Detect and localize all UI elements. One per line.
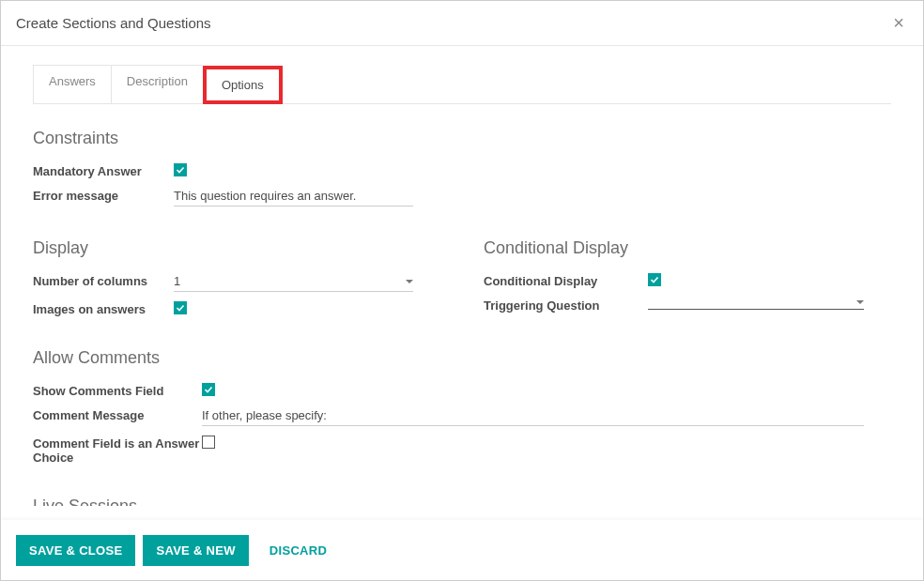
row-mandatory: Mandatory Answer [33,161,891,178]
section-conditional-title: Conditional Display [484,238,891,258]
label-columns: Number of columns [33,271,174,288]
col-display: Display Number of columns 1 Images on an… [33,214,446,324]
row-images: Images on answers [33,299,446,316]
control-comment-message [202,405,891,426]
row-show-comments: Show Comments Field [33,381,891,398]
checkbox-mandatory[interactable] [174,163,187,176]
tab-description[interactable]: Description [111,65,203,103]
label-error-message: Error message [33,186,174,203]
check-icon [176,303,185,313]
tab-options[interactable]: Options [203,66,283,104]
input-error-message[interactable] [174,186,413,206]
chevron-down-icon [856,300,864,304]
row-error-message: Error message [33,186,891,206]
control-images [174,299,446,313]
control-columns: 1 [174,271,446,292]
control-mandatory [174,161,891,176]
label-cond-display: Conditional Display [484,271,648,288]
discard-button[interactable]: DISCARD [256,535,340,566]
tab-bar: Answers Description Options [33,65,891,104]
row-cond-display: Conditional Display [484,271,891,288]
checkbox-show-comments[interactable] [202,383,215,396]
input-comment-message[interactable] [202,405,864,426]
close-button[interactable]: × [889,12,908,34]
section-comments-title: Allow Comments [33,348,891,368]
label-show-comments: Show Comments Field [33,381,202,398]
label-trigger: Triggering Question [484,296,648,313]
control-answer-choice [202,434,891,450]
label-answer-choice: Comment Field is an Answer Choice [33,434,202,465]
checkbox-answer-choice[interactable] [202,436,215,449]
modal-body-scroll[interactable]: Answers Description Options Constraints … [1,46,923,520]
label-mandatory: Mandatory Answer [33,161,174,178]
two-col-display: Display Number of columns 1 Images on an… [33,214,891,324]
checkbox-images[interactable] [174,301,187,314]
col-conditional: Conditional Display Conditional Display … [484,214,891,324]
section-live-sessions-title: Live Sessions [33,497,891,506]
control-trigger [648,296,891,310]
control-cond-display [648,271,891,285]
control-error-message [174,186,891,206]
save-new-button[interactable]: SAVE & NEW [143,535,248,566]
row-columns: Number of columns 1 [33,271,446,292]
label-images: Images on answers [33,299,174,316]
select-columns[interactable]: 1 [174,271,413,292]
row-comment-message: Comment Message [33,405,891,426]
select-columns-value: 1 [174,274,180,288]
chevron-down-icon [406,280,413,283]
tab-answers[interactable]: Answers [33,65,111,103]
checkbox-cond-display[interactable] [648,273,661,286]
modal-body: Answers Description Options Constraints … [1,46,923,506]
check-icon [176,165,185,175]
check-icon [650,275,659,284]
modal-footer: SAVE & CLOSE SAVE & NEW DISCARD [1,520,923,580]
control-show-comments [202,381,891,395]
label-comment-message: Comment Message [33,405,202,422]
select-trigger[interactable] [648,296,864,310]
section-constraints-title: Constraints [33,129,891,148]
row-trigger: Triggering Question [484,296,891,313]
row-answer-choice: Comment Field is an Answer Choice [33,434,891,465]
save-close-button[interactable]: SAVE & CLOSE [16,535,135,566]
modal-header: Create Sections and Questions × [1,1,923,46]
section-display-title: Display [33,238,446,258]
modal-title: Create Sections and Questions [16,15,211,31]
check-icon [204,385,213,394]
